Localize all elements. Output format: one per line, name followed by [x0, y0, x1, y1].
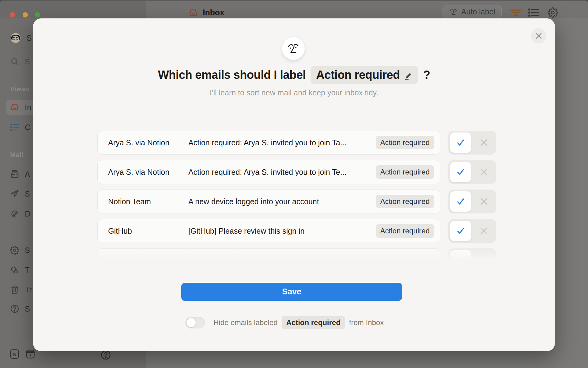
send-icon	[10, 189, 19, 198]
auto-label-modal: Which emails should I label Action requi…	[33, 18, 555, 351]
label-vote-group	[448, 160, 496, 184]
hide-labeled-row: Hide emails labeled Action required from…	[185, 316, 384, 330]
search-icon	[10, 57, 19, 66]
page-title: Inbox	[203, 8, 224, 17]
sidebar-item-label: In	[25, 103, 31, 112]
sidebar-item-label: Tr	[25, 285, 32, 294]
inbox-icon	[10, 103, 19, 112]
search-label: S	[25, 57, 30, 66]
trash-icon	[10, 285, 19, 294]
avatar	[10, 33, 21, 44]
toggle-knob	[187, 318, 196, 327]
hide-toggle[interactable]	[185, 317, 205, 328]
accept-label-button[interactable]	[450, 162, 471, 182]
sidebar-item-label: T	[25, 266, 29, 274]
window-top-edge	[0, 0, 588, 1]
auto-label-wand-icon	[449, 7, 458, 17]
email-sender: Arya S. via Notion	[98, 168, 188, 177]
screen: Inbox Auto label	[0, 0, 588, 368]
sidebar-item-label: C	[25, 123, 30, 132]
email-label-badge: Action required	[376, 195, 434, 208]
save-button[interactable]: Save	[181, 283, 402, 301]
email-subject: Action required: Arya S. invited you to …	[188, 168, 376, 177]
label-vote-group	[448, 190, 496, 213]
help-circle-button[interactable]	[101, 350, 111, 360]
email-subject: A new device logged into your account	[188, 197, 376, 206]
email-label-badge: Action required	[376, 165, 434, 179]
email-row: Arya S. via Notion Action required: Arya…	[97, 131, 440, 155]
reject-label-button[interactable]	[472, 160, 496, 184]
hide-text-suffix: from Inbox	[349, 318, 384, 327]
inbox-icon	[189, 9, 198, 17]
hide-label-chip: Action required	[282, 316, 345, 329]
hide-text-prefix: Hide emails labeled	[213, 318, 277, 327]
email-label-badge: Action required	[376, 136, 434, 149]
shapes-icon	[10, 265, 19, 274]
email-subject: Action required: Arya S. invited you to …	[188, 138, 376, 147]
list-view-icon[interactable]	[528, 7, 539, 18]
reject-label-button[interactable]	[472, 219, 496, 243]
titlebar-sidebar-section	[0, 0, 146, 18]
sidebar-section-views: Views	[10, 85, 29, 93]
accept-label-button[interactable]	[450, 221, 471, 241]
sidebar-item-label: S	[25, 246, 30, 255]
reject-label-button[interactable]	[472, 131, 496, 155]
zoom-window-button[interactable]	[35, 12, 40, 17]
svg-text:7: 7	[29, 353, 32, 358]
list-bottom-fade	[91, 244, 505, 264]
email-subject: [GitHub] Please review this sign in	[188, 227, 376, 236]
filter-icon[interactable]	[510, 7, 521, 18]
sidebar-item-label: S	[25, 305, 30, 313]
accept-label-button[interactable]	[450, 191, 471, 212]
drafts-icon	[10, 209, 19, 218]
label-vote-group	[448, 219, 496, 243]
close-window-button[interactable]	[10, 12, 15, 17]
email-row: Arya S. via Notion Action required: Arya…	[97, 160, 440, 184]
reject-label-button[interactable]	[472, 190, 496, 213]
accept-label-button[interactable]	[450, 132, 471, 153]
minimize-window-button[interactable]	[23, 12, 28, 17]
email-label-badge: Action required	[376, 224, 434, 238]
settings-gear-icon[interactable]	[547, 7, 558, 18]
sidebar-item-label: D	[25, 209, 30, 218]
gear-icon	[10, 246, 19, 255]
email-sender: Notion Team	[98, 197, 188, 206]
auto-label-button[interactable]: Auto label	[443, 6, 502, 18]
inbox-header: Inbox	[189, 8, 224, 17]
label-vote-group	[448, 131, 496, 155]
email-sender: Arya S. via Notion	[98, 138, 188, 147]
sidebar-item-label: A	[25, 170, 30, 179]
example-email-list: Arya S. via Notion Action required: Arya…	[33, 18, 555, 351]
svg-text:N: N	[13, 352, 17, 358]
sidebar-section-mail: Mail	[10, 151, 23, 159]
sidebar-item-label: S	[25, 190, 30, 198]
bulleted-list-icon	[10, 123, 19, 132]
auto-label-text: Auto label	[461, 7, 495, 16]
email-row: Notion Team A new device logged into you…	[97, 190, 440, 213]
all-mail-icon	[10, 170, 19, 179]
help-icon	[10, 304, 19, 313]
notion-logo-icon[interactable]: N	[10, 349, 19, 359]
email-sender: GitHub	[98, 227, 188, 236]
profile-name: S	[27, 34, 32, 43]
email-row: GitHub [GitHub] Please review this sign …	[97, 219, 440, 243]
